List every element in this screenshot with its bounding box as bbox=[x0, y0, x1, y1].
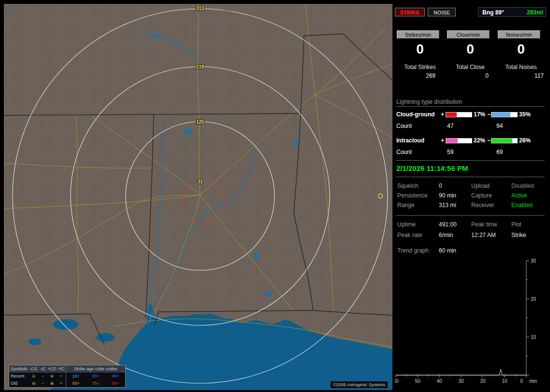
plot-value: Strike bbox=[511, 232, 526, 238]
y-tick-20: 20 bbox=[531, 296, 536, 302]
peak-time-value: 12:27 AM bbox=[471, 232, 496, 238]
ic-positive-bar bbox=[446, 138, 472, 143]
nexstorm-window: 313 219 125 31 Symbols -CG -IC +CG +IC S… bbox=[0, 0, 550, 392]
total-close-value: 0 bbox=[445, 72, 489, 79]
divider bbox=[396, 215, 545, 216]
stats-row-peak-rate: Peak rate 6/min 12:27 AM Strike bbox=[395, 232, 546, 240]
peak-time-label: Peak time bbox=[471, 221, 497, 228]
divider bbox=[396, 106, 545, 107]
age-30: 30+ bbox=[86, 373, 106, 380]
cloud-ground-label: Cloud-ground bbox=[396, 111, 434, 118]
squelch-value: 0 bbox=[439, 182, 442, 189]
legend-col-neg-ic: -IC bbox=[38, 365, 47, 373]
total-noises-value: 117 bbox=[496, 72, 544, 79]
pos-cg-old-icon: ⊕ bbox=[47, 380, 57, 387]
age-90: 90+ bbox=[105, 380, 125, 387]
ring-label-313: 313 bbox=[196, 6, 204, 11]
squelch-label: Squelch bbox=[397, 182, 418, 189]
minus-sign: − bbox=[487, 111, 491, 118]
sidebar: STRIKE NOISE Bng 89° 293mi Strikes/min C… bbox=[395, 4, 546, 388]
x-tick-60: 60 bbox=[395, 378, 399, 384]
uptime-value: 491:00 bbox=[439, 221, 457, 228]
cg-negative-bar-fill bbox=[492, 112, 510, 117]
copyright-text: ©2005 Astrogenic Systems bbox=[331, 381, 388, 388]
legend-age-title: Strike age color codes bbox=[66, 365, 125, 373]
count-label: Count bbox=[396, 149, 412, 155]
age-15: 15+ bbox=[66, 373, 86, 380]
pos-ic-recent-icon: + bbox=[57, 373, 66, 380]
trend-graph-value: 60 min bbox=[439, 247, 456, 254]
upload-status: Disabled bbox=[511, 182, 534, 189]
capture-label: Capture bbox=[471, 192, 492, 199]
x-tick-20: 20 bbox=[480, 378, 486, 384]
persistence-label: Persistence bbox=[397, 192, 428, 199]
ring-label-31: 31 bbox=[197, 179, 203, 184]
count-label: Count bbox=[396, 123, 412, 129]
intracloud-row: Intracloud + 22% − 26% bbox=[395, 137, 546, 145]
ic-positive-count: 59 bbox=[447, 149, 453, 155]
plus-sign: + bbox=[441, 111, 444, 118]
plot-label: Plot bbox=[511, 221, 521, 228]
cg-positive-pct: 17% bbox=[474, 111, 485, 118]
intracloud-label: Intracloud bbox=[396, 137, 424, 144]
stats-row-uptime: Uptime 491:00 Peak time Plot bbox=[395, 221, 546, 230]
intracloud-count-row: Count 59 69 bbox=[395, 149, 546, 156]
legend-old-label: Old bbox=[9, 380, 29, 387]
close-per-min-value: 0 bbox=[445, 42, 495, 57]
noises-per-min-value: 0 bbox=[496, 42, 546, 57]
cg-negative-count: 94 bbox=[496, 123, 503, 129]
receiver-label: Receiver bbox=[471, 202, 494, 209]
trend-graph: 30 20 10 60 50 40 30 20 10 0 min bbox=[395, 257, 546, 386]
ic-negative-bar bbox=[491, 138, 518, 143]
pos-cg-recent-icon: ⊕ bbox=[47, 373, 57, 380]
ic-negative-count: 69 bbox=[496, 149, 503, 155]
neg-cg-old-icon: ⊖ bbox=[29, 380, 38, 387]
noises-per-min-button[interactable]: Noises/min bbox=[498, 30, 540, 39]
bearing-panel: Bng 89° 293mi bbox=[478, 7, 546, 17]
trend-axes bbox=[396, 261, 529, 378]
total-strikes-label: Total Strikes bbox=[395, 64, 445, 70]
trend-graph-label: Trend graph bbox=[397, 247, 429, 254]
ring-label-125: 125 bbox=[196, 119, 204, 125]
strikes-per-min-button[interactable]: Strikes/min bbox=[397, 30, 439, 39]
cg-positive-bar-fill bbox=[446, 112, 457, 117]
cg-negative-pct: 35% bbox=[519, 111, 531, 118]
age-45: 45+ bbox=[105, 373, 125, 380]
legend-symbols-header: Symbols bbox=[9, 365, 29, 373]
legend-recent-label: Recent bbox=[9, 373, 29, 380]
radar-map[interactable]: 313 219 125 31 Symbols -CG -IC +CG +IC S… bbox=[4, 4, 392, 390]
ic-positive-bar-fill bbox=[446, 139, 458, 143]
neg-cg-recent-icon: ⊖ bbox=[29, 373, 38, 380]
trend-graph-row: Trend graph 60 min bbox=[395, 247, 546, 256]
pos-ic-old-icon: + bbox=[57, 380, 66, 387]
noise-mode-button[interactable]: NOISE bbox=[428, 8, 456, 16]
cg-negative-bar bbox=[491, 112, 518, 117]
total-strikes-value: 269 bbox=[395, 72, 435, 79]
close-per-min-button[interactable]: Close/min bbox=[447, 30, 490, 39]
trend-strike-trace bbox=[396, 369, 526, 375]
strike-mode-button[interactable]: STRIKE bbox=[395, 8, 425, 16]
strikes-per-min-value: 0 bbox=[395, 42, 445, 57]
upload-label: Upload bbox=[471, 182, 490, 189]
x-tick-50: 50 bbox=[415, 378, 420, 384]
peak-rate-label: Peak rate bbox=[397, 232, 422, 238]
legend-col-pos-cg: +CG bbox=[47, 365, 57, 373]
neg-ic-old-icon: − bbox=[38, 380, 47, 387]
total-close-label: Total Close bbox=[445, 64, 495, 70]
ic-negative-pct: 26% bbox=[519, 137, 531, 144]
x-tick-40: 40 bbox=[436, 378, 442, 384]
x-tick-0: 0 bbox=[520, 378, 523, 384]
x-tick-10: 10 bbox=[502, 378, 507, 384]
plus-sign: + bbox=[441, 137, 444, 144]
legend-col-pos-ic: +IC bbox=[57, 365, 66, 373]
y-tick-10: 10 bbox=[531, 335, 536, 340]
range-label: Range bbox=[397, 202, 414, 209]
bearing-distance: 293mi bbox=[527, 8, 543, 17]
bearing-label: Bng 89° bbox=[482, 8, 504, 17]
divider bbox=[396, 160, 545, 161]
capture-status: Active bbox=[511, 192, 527, 199]
persistence-value: 90 min bbox=[439, 192, 456, 199]
age-60: 60+ bbox=[66, 380, 86, 387]
status-row-persistence: Persistence 90 min Capture Active bbox=[395, 192, 546, 201]
x-tick-30: 30 bbox=[458, 378, 464, 384]
